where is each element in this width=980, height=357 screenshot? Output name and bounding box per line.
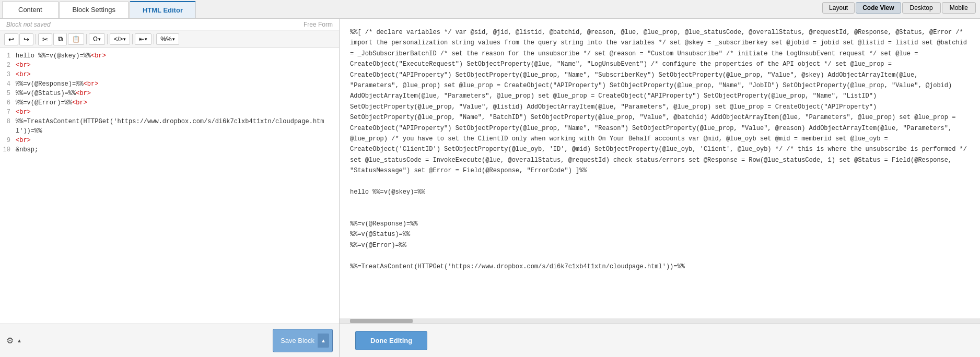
tab-block-settings[interactable]: Block Settings xyxy=(60,1,129,18)
pct-pct-button[interactable]: %%▾ xyxy=(156,33,179,45)
layout-button[interactable]: Layout xyxy=(822,2,855,14)
code-line: 1 hello %%=v(@skey)=%%<br> xyxy=(0,51,339,61)
tab-html-editor[interactable]: HTML Editor xyxy=(130,1,196,18)
right-panel-bottom: Done Editing xyxy=(340,324,980,357)
redo-button[interactable]: ↪ xyxy=(19,33,33,45)
done-editing-button[interactable]: Done Editing xyxy=(355,331,427,350)
tab-content[interactable]: Content xyxy=(2,1,59,18)
code-line: 3 <br> xyxy=(0,70,339,79)
left-panel-bottom: ⚙ ▲ Save Block ▲ xyxy=(0,324,339,357)
mobile-button[interactable]: Mobile xyxy=(942,2,976,14)
block-not-saved-label: Block not saved xyxy=(6,21,51,28)
undo-button[interactable]: ↩ xyxy=(4,33,18,45)
code-line: 9 <br> xyxy=(0,136,339,145)
code-line: 10 &nbsp; xyxy=(0,145,339,154)
expand-icon: ▲ xyxy=(17,338,22,343)
code-line: 8 %%=TreatAsContent(HTTPGet('https://www… xyxy=(0,117,339,136)
source-button[interactable]: </>▾ xyxy=(110,33,130,45)
code-line: 4 %%=v(@Response)=%%<br> xyxy=(0,79,339,89)
free-form-label: Free Form xyxy=(304,21,333,28)
resize-handle[interactable]: · · · xyxy=(977,38,980,324)
status-bar: Block not saved Free Form xyxy=(0,19,339,31)
horizontal-scrollbar[interactable] xyxy=(340,318,980,324)
code-line: 7 <br> xyxy=(0,108,339,117)
code-line: 5 %%=v(@Status)=%%<br> xyxy=(0,89,339,98)
special-chars-button[interactable]: Ω▾ xyxy=(89,33,105,45)
code-line: 6 %%=v(@Error)=%%<br> xyxy=(0,98,339,108)
gear-area: ⚙ ▲ xyxy=(6,336,269,346)
desktop-button[interactable]: Desktop xyxy=(902,2,941,14)
copy-button[interactable]: ⧉ xyxy=(53,33,67,45)
outdent-button[interactable]: ⇤▾ xyxy=(135,33,151,45)
preview-content: %%[ /* declare variables */ var @sid, @j… xyxy=(340,19,980,324)
save-block-button[interactable]: Save Block ▲ xyxy=(273,329,333,352)
code-line: 2 <br> xyxy=(0,61,339,70)
dropdown-arrow-icon: ▲ xyxy=(318,334,329,348)
code-editor[interactable]: 1 hello %%=v(@skey)=%%<br> 2 <br> 3 <br>… xyxy=(0,48,339,324)
editor-toolbar: ↩ ↪ ✂ ⧉ 📋 Ω▾ </>▾ ⇤▾ xyxy=(0,31,339,48)
code-view-button[interactable]: Code View xyxy=(856,2,901,14)
paste-button[interactable]: 📋 xyxy=(68,33,84,45)
cut-button[interactable]: ✂ xyxy=(38,33,52,45)
gear-icon: ⚙ xyxy=(6,336,14,346)
